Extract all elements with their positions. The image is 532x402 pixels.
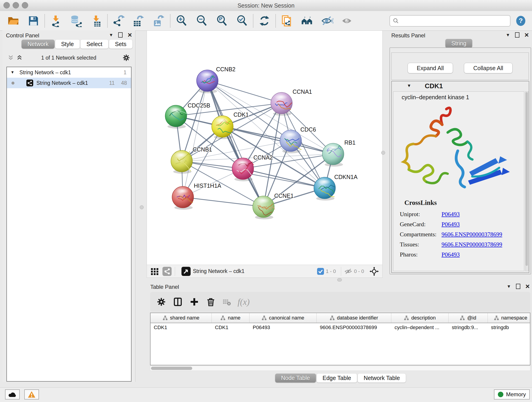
table-horizontal-scrollbar[interactable] <box>150 366 530 371</box>
network-row[interactable]: String Network – cdk1 11 48 <box>7 78 131 88</box>
tab-string[interactable]: String <box>445 39 472 48</box>
crosslink-link-uniprot[interactable]: P06493 <box>442 211 460 218</box>
import-table-file-icon[interactable] <box>86 13 106 29</box>
network-node-HIST1H1A[interactable]: HIST1H1A <box>172 182 221 208</box>
selected-checkbox-icon[interactable] <box>317 268 324 275</box>
table-row[interactable]: CDK1CDK1P064939606.ENSP00000378699cyclin… <box>151 323 530 332</box>
network-canvas[interactable]: CCNB2CCNA1CDC25BCDK1CDC6RB1CCNB1CCNA2CDK… <box>147 31 383 265</box>
search-input[interactable] <box>401 18 507 24</box>
tab-node-table[interactable]: Node Table <box>275 374 316 383</box>
protein-panel-header[interactable]: ▼ CDK1 <box>392 81 529 91</box>
column-header-name[interactable]: name <box>212 313 249 323</box>
refresh-icon[interactable] <box>254 13 274 29</box>
export-network-icon[interactable] <box>109 13 129 29</box>
delete-table-icon[interactable] <box>222 298 231 306</box>
bottom-splitter-handle[interactable] <box>337 278 342 281</box>
help-icon[interactable]: ? <box>515 16 526 26</box>
cloud-status-button[interactable] <box>5 389 20 400</box>
expand-all-button[interactable]: Expand All <box>408 63 453 73</box>
crosslink-link-compartments[interactable]: 9606.ENSP00000378699 <box>442 231 502 238</box>
crosslink-link-genecard[interactable]: P06493 <box>442 221 460 228</box>
column-header-id[interactable]: @id <box>449 313 488 323</box>
collapse-panel-icon[interactable]: ▼ <box>506 32 510 38</box>
results-scrollbar[interactable] <box>525 91 529 271</box>
first-neighbors-icon[interactable] <box>297 13 317 29</box>
tab-style[interactable]: Style <box>55 40 80 49</box>
detach-view-icon[interactable] <box>181 267 191 276</box>
birds-eye-view-icon[interactable] <box>369 266 379 276</box>
close-panel-icon[interactable]: × <box>525 33 529 37</box>
table-scrollbar-thumb[interactable] <box>151 367 192 370</box>
tab-edge-table[interactable]: Edge Table <box>317 374 357 383</box>
network-edge-CCNA2-CDKN1A[interactable] <box>243 169 325 188</box>
function-builder-icon[interactable]: f(x) <box>238 297 250 307</box>
window-close-button[interactable] <box>3 2 10 8</box>
copy-network-icon[interactable] <box>277 13 297 29</box>
zoom-fit-icon[interactable] <box>212 13 232 29</box>
show-all-icon[interactable] <box>337 13 357 29</box>
column-header-namespace[interactable]: namespace <box>488 313 530 323</box>
node-label-CCNE1: CCNE1 <box>274 192 294 199</box>
toolbar-separator <box>275 14 276 27</box>
show-columns-icon[interactable] <box>173 297 183 307</box>
collapse-all-button[interactable]: Collapse All <box>464 63 513 73</box>
node-label-CCNA1: CCNA1 <box>293 89 312 95</box>
float-panel-icon[interactable] <box>118 32 123 38</box>
network-node-RB1[interactable]: RB1 <box>322 139 355 165</box>
float-panel-icon[interactable] <box>516 284 520 289</box>
delete-column-icon[interactable] <box>206 297 215 307</box>
node-label-CCNB1: CCNB1 <box>193 146 212 153</box>
zoom-selected-icon[interactable] <box>232 13 252 29</box>
network-edge-CCNB2-CCNA1[interactable] <box>207 81 282 103</box>
column-header-canonical-name[interactable]: canonical name <box>249 313 317 323</box>
crosslink-link-pharos[interactable]: P06493 <box>442 251 460 258</box>
hide-selected-icon[interactable] <box>317 13 337 29</box>
collection-expand-icon[interactable]: ▼ <box>11 70 14 75</box>
network-node-CDC6[interactable]: CDC6 <box>280 126 316 152</box>
window-zoom-button[interactable] <box>22 2 28 8</box>
crosslink-link-tissues[interactable]: 9606.ENSP00000378699 <box>442 241 502 248</box>
export-table-icon[interactable] <box>129 13 149 29</box>
network-options-gear-icon[interactable] <box>122 54 130 62</box>
open-session-icon[interactable] <box>3 13 23 29</box>
save-session-icon[interactable] <box>23 13 44 29</box>
network-node-CCNA1[interactable]: CCNA1 <box>271 89 312 114</box>
column-header-description[interactable]: description <box>391 313 449 323</box>
export-image-icon[interactable] <box>149 13 169 29</box>
column-header-database-identifier[interactable]: database identifier <box>317 313 391 323</box>
cloud-icon <box>8 391 17 397</box>
zoom-in-icon[interactable] <box>171 13 191 29</box>
network-edge-CDK1-RB1[interactable] <box>222 127 333 154</box>
network-node-CCNB1[interactable]: CCNB1 <box>171 146 212 172</box>
close-panel-icon[interactable]: × <box>128 33 132 37</box>
memory-button[interactable]: Memory <box>494 389 530 400</box>
add-column-icon[interactable] <box>190 297 199 307</box>
close-panel-icon[interactable]: × <box>525 284 530 288</box>
warnings-button[interactable] <box>24 389 39 400</box>
import-network-file-icon[interactable] <box>46 13 66 29</box>
tab-select[interactable]: Select <box>80 40 108 49</box>
window-minimize-button[interactable] <box>13 2 19 8</box>
zoom-out-icon[interactable] <box>191 13 212 29</box>
hidden-eye-icon[interactable] <box>344 268 352 275</box>
network-node-CDK1[interactable]: CDK1 <box>212 111 249 137</box>
right-splitter-handle[interactable] <box>381 151 385 155</box>
collapse-protein-icon[interactable]: ▼ <box>407 83 411 88</box>
tab-sets[interactable]: Sets <box>109 40 133 49</box>
grid-view-icon[interactable] <box>150 267 159 276</box>
tab-network-table[interactable]: Network Table <box>358 374 406 383</box>
table-options-gear-icon[interactable] <box>157 297 166 307</box>
import-network-database-icon[interactable] <box>66 13 86 29</box>
collapse-panel-icon[interactable]: ▼ <box>507 284 511 289</box>
network-view-icon[interactable] <box>162 267 172 276</box>
collapse-panel-icon[interactable]: ▼ <box>109 32 114 38</box>
network-collection-row[interactable]: ▼ String Network – cdk1 1 <box>7 67 131 78</box>
network-edge-HIST1H1A-CCNE1[interactable] <box>183 197 264 207</box>
column-header-shared-name[interactable]: shared name <box>151 313 212 323</box>
float-panel-icon[interactable] <box>515 32 519 38</box>
left-splitter-handle[interactable] <box>140 205 144 209</box>
network-node-CDKN1A[interactable]: CDKN1A <box>314 174 358 199</box>
results-scrollbar-thumb[interactable] <box>526 92 528 266</box>
tab-network[interactable]: Network <box>22 40 55 49</box>
network-edge-CCNB2-HIST1H1A[interactable] <box>183 81 207 197</box>
